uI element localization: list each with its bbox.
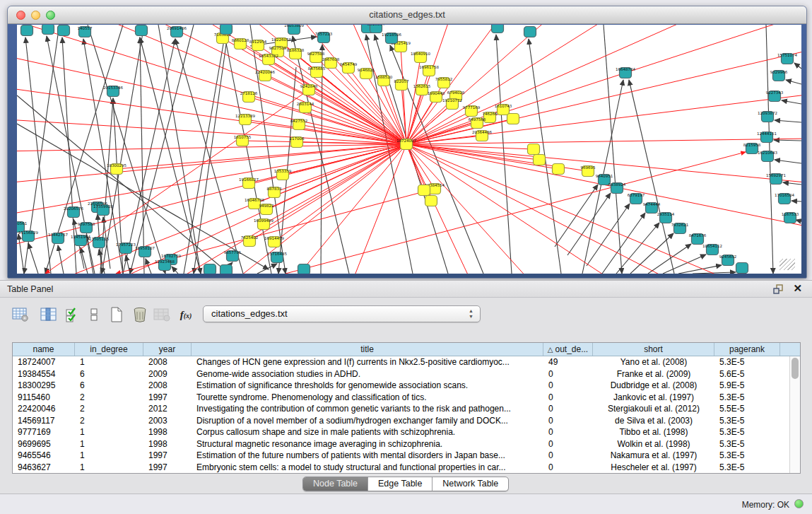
table-cell: 49 [543,356,593,368]
column-header-year[interactable]: year [143,343,192,356]
table-cell: 0 [543,403,593,415]
svg-text:9150561: 9150561 [17,221,27,226]
svg-text:8475685: 8475685 [308,66,326,71]
svg-text:9827508: 9827508 [307,52,325,56]
table-panel: Table Panel ✕ [0,280,812,494]
table-panel-titlebar: Table Panel ✕ [0,281,812,298]
svg-text:12213389: 12213389 [235,114,255,118]
table-row[interactable]: 969969511998Structural magnetic resonanc… [13,438,800,450]
table-row[interactable]: 977716911998Corpus callosum shape and si… [13,426,800,438]
table-row[interactable]: 2242004622012Investigating the contribut… [13,403,800,415]
table-row[interactable]: 1830029562008Estimation of significance … [13,380,800,392]
table-cell: Stergiakouli et al. (2012) [593,403,714,415]
column-header-short[interactable]: short [593,343,714,356]
tab-edge-table[interactable]: Edge Table [368,477,433,491]
svg-text:6379197: 6379197 [628,193,645,197]
table-scrollbar[interactable] [789,356,800,473]
svg-text:7357223: 7357223 [315,32,333,36]
table-cell: 0 [543,462,593,474]
network-table-select[interactable]: citations_edges.txt ▲▼ [203,305,481,322]
table-cell: 5.6E-5 [714,368,780,380]
table-cell: 6 [75,380,143,392]
delete-trash-button[interactable] [129,305,151,325]
svg-text:949822: 949822 [259,204,274,208]
table-cell: 1997 [143,392,192,404]
table-row[interactable]: 946554611997Estimation of the future num… [13,450,800,462]
svg-text:887833: 887833 [267,187,282,191]
table-settings-button[interactable] [10,305,31,325]
svg-text:9242848: 9242848 [300,84,318,88]
svg-text:13442757: 13442757 [48,233,68,237]
table-cell: Tibbo et al. (1998) [593,426,714,438]
function-builder-button[interactable]: f(x) [175,305,196,325]
svg-text:8427552: 8427552 [290,119,308,123]
tab-network-table[interactable]: Network Table [433,477,508,491]
table-cell: Franke et al. (2009) [593,368,714,380]
svg-text:140557: 140557 [78,26,93,30]
table-row[interactable]: 1938455462009Genome-wide association stu… [13,368,800,380]
column-header-title[interactable]: title [192,343,543,356]
window-resize-grip[interactable] [779,259,795,270]
table-cell: 1998 [143,426,192,438]
table-cell: 2 [75,403,143,415]
table-cell: 2012 [143,403,192,415]
svg-text:16782759: 16782759 [161,254,181,258]
table-cell: Corpus callosum shape and size in male p… [192,426,543,438]
table-row[interactable]: 1872400712008Changes of HCN gene express… [13,356,800,368]
status-bar: Memory: OK [0,495,812,514]
svg-text:18640910: 18640910 [411,52,430,56]
table-row[interactable]: 946362711997Embryonic stem cells: a mode… [13,462,800,474]
table-cell: Structural magnetic resonance image aver… [192,438,543,450]
network-window-titlebar[interactable]: citations_edges.txt [8,6,806,24]
svg-text:16053809: 16053809 [284,25,304,28]
table-cell: 2003 [143,415,192,427]
svg-text:1810755: 1810755 [234,135,252,139]
svg-text:18300295: 18300295 [107,163,126,168]
svg-text:7932621: 7932621 [671,223,689,227]
svg-text:11156829: 11156829 [18,230,38,235]
network-canvas[interactable]: 1872400718300295716382288601288912954182… [17,25,801,274]
table-scrollbar-thumb[interactable] [792,358,799,379]
close-panel-icon[interactable]: ✕ [793,282,802,295]
svg-text:8938924: 8938924 [608,182,626,187]
table-cell: 1 [75,356,143,368]
memory-status-label: Memory: OK [742,500,789,510]
table-cell: 5.3E-5 [714,462,780,474]
svg-text:9827505: 9827505 [269,46,287,50]
table-cell: 2008 [143,356,192,368]
row-height-button[interactable] [83,305,105,325]
float-panel-icon[interactable] [772,284,784,295]
show-column-button[interactable] [38,305,59,325]
svg-text:12923468: 12923468 [155,259,175,264]
column-header-pagerank[interactable]: pagerank [714,343,780,356]
svg-text:13505115: 13505115 [89,237,109,241]
select-columns-button[interactable] [62,305,83,325]
table-row[interactable]: 1456911722003Disruption of a novel membe… [13,415,800,427]
svg-text:15751074: 15751074 [777,53,797,57]
table-cell: Investigating the contribution of common… [192,403,543,415]
svg-text:9329966: 9329966 [770,70,788,74]
svg-text:22420046: 22420046 [255,70,275,74]
column-header-out-degree[interactable]: △out_de... [543,343,593,356]
svg-text:8471676: 8471676 [689,233,707,238]
table-cell: 5.3E-5 [714,392,780,404]
table-cell: Embryonic stem cells: a model to study s… [192,462,543,474]
table-cell: 6 [75,368,143,380]
column-header-name[interactable]: name [13,343,75,356]
table-cell: 5.3E-5 [714,426,780,438]
svg-text:1167533: 1167533 [782,212,799,216]
table-row[interactable]: 911546021997Tourette syndrome. Phenomeno… [13,392,800,404]
new-document-button[interactable] [106,305,127,325]
svg-text:8215958: 8215958 [743,143,761,147]
svg-text:16046788: 16046788 [245,198,264,202]
svg-text:12444151: 12444151 [757,132,777,136]
memory-ok-icon [794,499,804,508]
column-header-in-degree[interactable]: in_degree [75,343,143,356]
tab-node-table[interactable]: Node Table [303,477,368,491]
table-cell: 0 [543,368,593,380]
delete-table-disabled-button [151,305,172,325]
table-cell: 0 [543,438,593,450]
network-window: citations_edges.txt 18724007183002957163… [7,6,807,279]
table-cell: Hescheler et al. (1997) [593,462,714,474]
table-cell: 5.3E-5 [714,356,780,368]
